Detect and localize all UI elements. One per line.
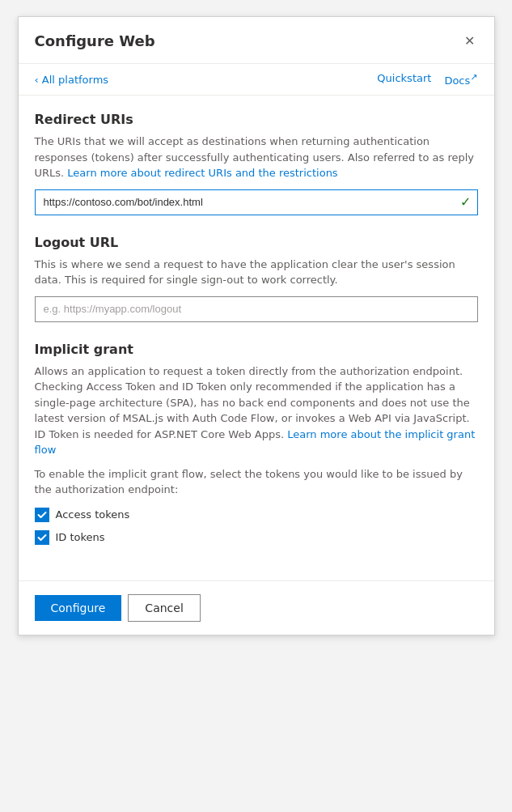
modal-header: Configure Web ✕ [19,17,494,64]
id-tokens-checkbox-item[interactable]: ID tokens [35,530,478,545]
access-tokens-label: Access tokens [56,508,130,521]
logout-url-description: This is where we send a request to have … [35,257,478,288]
redirect-uris-title: Redirect URIs [35,112,478,127]
implicit-grant-description: Allows an application to request a token… [35,363,478,458]
external-link-icon: ↗ [470,72,477,83]
id-tokens-label: ID tokens [56,531,105,543]
redirect-uris-section: Redirect URIs The URIs that we will acce… [35,112,478,215]
redirect-uris-learn-more-link[interactable]: Learn more about redirect URIs and the r… [67,167,337,179]
checkmark-icon-2 [37,533,47,542]
modal-title: Configure Web [35,32,155,49]
access-tokens-checkbox[interactable] [35,508,49,522]
access-tokens-checkbox-item[interactable]: Access tokens [35,508,478,522]
modal-nav: ‹ All platforms Quickstart Docs↗ [19,64,494,96]
implicit-grant-section: Implicit grant Allows an application to … [35,342,478,545]
cancel-button[interactable]: Cancel [128,594,200,622]
modal-body: Redirect URIs The URIs that we will acce… [19,96,494,580]
redirect-uris-description: The URIs that we will accept as destinat… [35,134,478,181]
implicit-grant-title: Implicit grant [35,342,478,357]
valid-check-icon: ✓ [460,194,471,210]
logout-url-section: Logout URL This is where we send a reque… [35,235,478,322]
modal-footer: Configure Cancel [19,580,494,635]
quickstart-link[interactable]: Quickstart [377,72,431,87]
id-tokens-checkbox[interactable] [35,530,49,545]
nav-right: Quickstart Docs↗ [377,72,477,87]
close-icon: ✕ [464,33,475,49]
checkmark-icon [37,510,47,520]
redirect-uri-input-wrapper: ✓ [35,189,478,215]
configure-button[interactable]: Configure [35,595,122,621]
logout-url-input[interactable] [35,296,478,322]
redirect-uri-input[interactable] [35,189,478,215]
close-button[interactable]: ✕ [461,30,478,52]
token-checkbox-group: Access tokens ID tokens [35,508,478,545]
configure-web-modal: Configure Web ✕ ‹ All platforms Quicksta… [18,16,495,636]
implicit-grant-enable-desc: To enable the implicit grant flow, selec… [35,466,478,498]
docs-link[interactable]: Docs↗ [444,72,477,87]
back-link[interactable]: ‹ All platforms [35,74,109,86]
logout-url-title: Logout URL [35,235,478,250]
